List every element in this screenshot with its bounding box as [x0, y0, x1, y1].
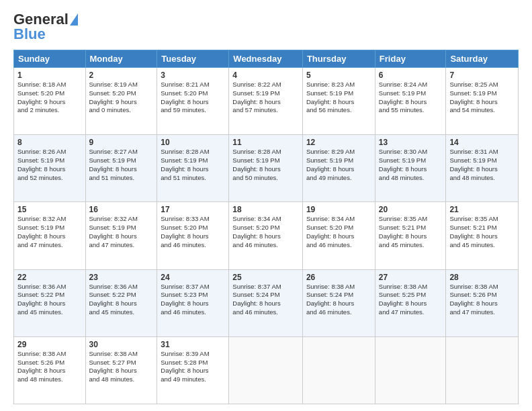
calendar-cell: 9Sunrise: 8:27 AMSunset: 5:19 PMDaylight…: [85, 135, 157, 202]
day-number: 18: [232, 205, 299, 214]
cell-text-line: Sunset: 5:19 PM: [232, 89, 299, 98]
cell-text-line: and 48 minutes.: [449, 174, 515, 183]
cell-text-line: Daylight: 8 hours: [306, 165, 371, 174]
cell-text-line: Sunset: 5:19 PM: [379, 156, 443, 165]
cell-text-line: Sunrise: 8:35 AM: [379, 215, 443, 224]
cell-text-line: Sunset: 5:21 PM: [449, 224, 515, 232]
day-number: 28: [449, 273, 515, 282]
cell-text-line: Sunrise: 8:22 AM: [232, 81, 299, 89]
cell-text-line: Sunset: 5:19 PM: [17, 224, 82, 232]
calendar-cell: 11Sunrise: 8:28 AMSunset: 5:19 PMDayligh…: [229, 135, 303, 202]
cell-text-line: and 54 minutes.: [449, 106, 515, 115]
calendar-cell: 27Sunrise: 8:38 AMSunset: 5:25 PMDayligh…: [375, 269, 446, 336]
cell-text-line: and 55 minutes.: [379, 106, 443, 115]
cell-text-line: Sunrise: 8:38 AM: [306, 283, 371, 291]
day-number: 25: [232, 273, 299, 282]
day-number: 9: [89, 138, 154, 147]
cell-text-line: Sunrise: 8:38 AM: [17, 350, 82, 359]
cell-text-line: Sunset: 5:24 PM: [232, 291, 299, 300]
cell-text-line: Daylight: 8 hours: [232, 300, 299, 308]
cell-text-line: Daylight: 8 hours: [379, 300, 443, 308]
cell-text-line: Sunrise: 8:33 AM: [161, 215, 225, 224]
cell-text-line: Sunset: 5:25 PM: [379, 291, 443, 300]
cell-text-line: Sunset: 5:28 PM: [161, 359, 225, 367]
cell-text-line: and 45 minutes.: [17, 308, 82, 317]
cell-text-line: Sunrise: 8:34 AM: [306, 215, 371, 224]
weekday-header-wednesday: Wednesday: [229, 50, 303, 68]
calendar-header-row: SundayMondayTuesdayWednesdayThursdayFrid…: [14, 50, 519, 68]
day-number: 1: [17, 71, 82, 80]
cell-text-line: Sunset: 5:24 PM: [306, 291, 371, 300]
day-number: 5: [306, 71, 371, 80]
cell-text-line: Daylight: 8 hours: [161, 98, 225, 107]
calendar-cell: 1Sunrise: 8:18 AMSunset: 5:20 PMDaylight…: [14, 68, 86, 135]
cell-text-line: Daylight: 8 hours: [232, 98, 299, 107]
cell-text-line: Daylight: 8 hours: [379, 165, 443, 174]
calendar-cell: 13Sunrise: 8:30 AMSunset: 5:19 PMDayligh…: [375, 135, 446, 202]
day-number: 13: [379, 138, 443, 147]
cell-text-line: Sunset: 5:20 PM: [89, 89, 154, 98]
cell-text-line: and 47 minutes.: [379, 308, 443, 317]
calendar-cell: 18Sunrise: 8:34 AMSunset: 5:20 PMDayligh…: [229, 202, 303, 269]
cell-text-line: Sunset: 5:19 PM: [306, 156, 371, 165]
day-number: 20: [379, 205, 443, 214]
cell-text-line: Daylight: 8 hours: [449, 232, 515, 241]
cell-text-line: Sunrise: 8:31 AM: [449, 148, 515, 156]
calendar-week-5: 29Sunrise: 8:38 AMSunset: 5:26 PMDayligh…: [14, 336, 519, 404]
day-number: 23: [89, 273, 154, 282]
weekday-header-friday: Friday: [375, 50, 446, 68]
calendar-cell: 20Sunrise: 8:35 AMSunset: 5:21 PMDayligh…: [375, 202, 446, 269]
calendar-cell: 19Sunrise: 8:34 AMSunset: 5:20 PMDayligh…: [302, 202, 375, 269]
cell-text-line: Daylight: 8 hours: [379, 232, 443, 241]
header: General Blue: [13, 11, 519, 43]
calendar-cell: 26Sunrise: 8:38 AMSunset: 5:24 PMDayligh…: [302, 269, 375, 336]
calendar-cell: 25Sunrise: 8:37 AMSunset: 5:24 PMDayligh…: [229, 269, 303, 336]
cell-text-line: Sunrise: 8:38 AM: [89, 350, 154, 359]
cell-text-line: Daylight: 8 hours: [89, 300, 154, 308]
cell-text-line: Sunrise: 8:32 AM: [89, 215, 154, 224]
cell-text-line: Sunset: 5:19 PM: [379, 89, 443, 98]
calendar-cell: 14Sunrise: 8:31 AMSunset: 5:19 PMDayligh…: [446, 135, 519, 202]
cell-text-line: Sunset: 5:19 PM: [232, 156, 299, 165]
calendar-cell: 2Sunrise: 8:19 AMSunset: 5:20 PMDaylight…: [85, 68, 157, 135]
cell-text-line: Daylight: 9 hours: [17, 98, 82, 107]
day-number: 2: [89, 71, 154, 80]
weekday-header-tuesday: Tuesday: [157, 50, 229, 68]
cell-text-line: Sunset: 5:19 PM: [449, 89, 515, 98]
calendar-cell: 8Sunrise: 8:26 AMSunset: 5:19 PMDaylight…: [14, 135, 86, 202]
cell-text-line: and 46 minutes.: [232, 241, 299, 250]
calendar-week-2: 8Sunrise: 8:26 AMSunset: 5:19 PMDaylight…: [14, 135, 519, 202]
day-number: 6: [379, 71, 443, 80]
cell-text-line: and 52 minutes.: [17, 174, 82, 183]
calendar-cell: 16Sunrise: 8:32 AMSunset: 5:19 PMDayligh…: [85, 202, 157, 269]
cell-text-line: Sunrise: 8:18 AM: [17, 81, 82, 89]
calendar-cell: 5Sunrise: 8:23 AMSunset: 5:19 PMDaylight…: [302, 68, 375, 135]
cell-text-line: Daylight: 8 hours: [306, 232, 371, 241]
cell-text-line: Sunrise: 8:21 AM: [161, 81, 225, 89]
cell-text-line: and 46 minutes.: [306, 241, 371, 250]
cell-text-line: Sunrise: 8:30 AM: [379, 148, 443, 156]
cell-text-line: and 45 minutes.: [379, 241, 443, 250]
calendar-cell: 23Sunrise: 8:36 AMSunset: 5:22 PMDayligh…: [85, 269, 157, 336]
cell-text-line: and 47 minutes.: [89, 241, 154, 250]
cell-text-line: Daylight: 8 hours: [17, 165, 82, 174]
cell-text-line: Sunrise: 8:32 AM: [17, 215, 82, 224]
cell-text-line: Sunset: 5:20 PM: [161, 89, 225, 98]
cell-text-line: and 46 minutes.: [306, 308, 371, 317]
calendar-cell: 6Sunrise: 8:24 AMSunset: 5:19 PMDaylight…: [375, 68, 446, 135]
cell-text-line: and 46 minutes.: [161, 241, 225, 250]
logo-triangle-icon: [70, 13, 78, 26]
day-number: 19: [306, 205, 371, 214]
cell-text-line: Daylight: 8 hours: [161, 300, 225, 308]
cell-text-line: Daylight: 8 hours: [89, 165, 154, 174]
cell-text-line: Sunset: 5:19 PM: [17, 156, 82, 165]
cell-text-line: Daylight: 8 hours: [17, 300, 82, 308]
logo-blue: Blue: [13, 26, 46, 43]
calendar-cell: 12Sunrise: 8:29 AMSunset: 5:19 PMDayligh…: [302, 135, 375, 202]
cell-text-line: and 0 minutes.: [89, 106, 154, 115]
cell-text-line: Sunrise: 8:36 AM: [17, 283, 82, 291]
cell-text-line: and 49 minutes.: [161, 375, 225, 384]
calendar-cell: 17Sunrise: 8:33 AMSunset: 5:20 PMDayligh…: [157, 202, 229, 269]
calendar-week-1: 1Sunrise: 8:18 AMSunset: 5:20 PMDaylight…: [14, 68, 519, 135]
cell-text-line: Sunset: 5:19 PM: [89, 156, 154, 165]
